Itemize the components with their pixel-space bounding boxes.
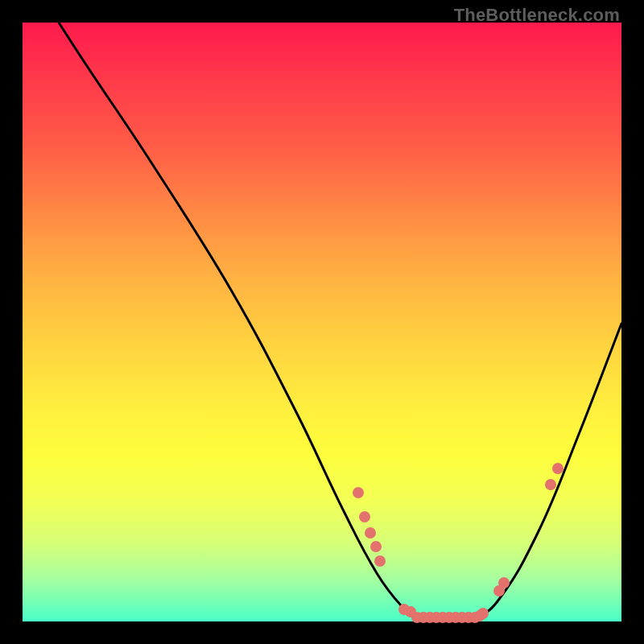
data-marker xyxy=(498,577,510,588)
bottleneck-curve xyxy=(59,23,621,621)
data-marker xyxy=(545,479,556,490)
data-marker xyxy=(365,527,376,539)
data-marker xyxy=(552,463,564,474)
watermark-text: TheBottleneck.com xyxy=(454,5,620,26)
data-marker xyxy=(374,555,386,567)
data-marker xyxy=(353,487,364,498)
data-marker xyxy=(370,541,382,552)
chart-svg xyxy=(23,23,621,621)
data-marker xyxy=(359,511,370,522)
data-marker xyxy=(477,608,489,619)
plot-area xyxy=(23,23,621,621)
